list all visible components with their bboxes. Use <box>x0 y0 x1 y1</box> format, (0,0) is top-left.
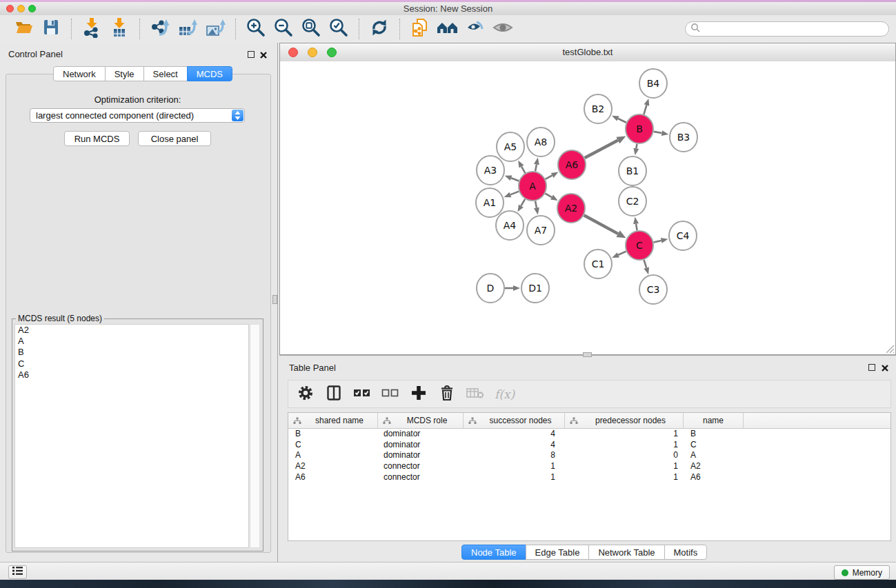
table-tab-edge-table[interactable]: Edge Table <box>526 545 590 560</box>
hide-selected-button[interactable] <box>464 18 487 40</box>
table-cell[interactable]: 8 <box>464 450 565 461</box>
table-cell[interactable]: 4 <box>464 440 565 451</box>
delete-table-button[interactable] <box>466 385 484 403</box>
table-cell[interactable]: 1 <box>565 429 684 440</box>
graph-edge-A2-C[interactable] <box>584 215 618 234</box>
control-tab-network[interactable]: Network <box>53 66 106 81</box>
control-tab-mcds[interactable]: MCDS <box>187 66 232 81</box>
table-row[interactable]: Cdominator41C <box>288 440 890 451</box>
zoom-in-button[interactable] <box>244 18 268 40</box>
zoom-out-button[interactable] <box>272 18 295 40</box>
table-cell[interactable]: 1 <box>464 461 565 472</box>
zoom-window-button[interactable] <box>28 5 36 12</box>
table-panel-float-button[interactable] <box>868 364 875 371</box>
graph-edge-B-B1[interactable] <box>636 144 637 149</box>
network-canvas[interactable]: B4B2BB3A8A5A6B1A3AC2A1A2A4A7C4CC1DD1C3 <box>280 61 895 354</box>
table-cell[interactable]: 1 <box>565 461 684 472</box>
graph-edge-A-A5[interactable] <box>521 167 525 173</box>
network-zoom-button[interactable] <box>327 48 337 57</box>
export-network-button[interactable] <box>148 18 172 40</box>
table-cell[interactable]: A2 <box>684 461 744 472</box>
graph-edge-C-C2[interactable] <box>636 224 637 231</box>
control-tab-style[interactable]: Style <box>105 66 144 81</box>
table-row[interactable]: Bdominator41B <box>288 429 890 440</box>
table-panel-close-button[interactable] <box>881 363 889 375</box>
fit-content-button[interactable] <box>299 18 323 40</box>
column-header-name[interactable]: name <box>684 413 744 428</box>
save-session-button[interactable] <box>39 18 63 40</box>
table-cell[interactable]: A <box>684 450 744 461</box>
network-minimize-button[interactable] <box>308 48 317 57</box>
graph-edge-A6-B[interactable] <box>585 141 618 159</box>
graph-edge-B-B2[interactable] <box>618 119 626 123</box>
vertical-splitter-handle[interactable] <box>272 295 277 304</box>
dropdown-stepper-icon[interactable] <box>232 110 243 121</box>
network-close-button[interactable] <box>288 48 298 57</box>
table-settings-button[interactable] <box>297 385 315 403</box>
table-cell[interactable]: B <box>684 429 744 440</box>
export-image-button[interactable] <box>203 18 227 40</box>
delete-column-button[interactable] <box>438 385 456 403</box>
result-list-scrollbar[interactable] <box>250 324 260 548</box>
table-cell[interactable]: dominator <box>378 450 464 461</box>
close-window-button[interactable] <box>6 5 14 12</box>
close-panel-button[interactable]: Close panel <box>138 131 211 146</box>
vertical-splitter[interactable] <box>277 43 278 562</box>
graph-edge-A-A4[interactable] <box>521 199 525 206</box>
open-session-button[interactable] <box>12 18 35 40</box>
mcds-result-item[interactable]: A <box>15 336 248 347</box>
graph-edge-B-B3[interactable] <box>654 132 662 133</box>
column-header-successor-nodes[interactable]: successor nodes <box>464 413 565 428</box>
select-all-button[interactable] <box>353 385 371 403</box>
table-cell[interactable]: A6 <box>288 472 378 483</box>
table-cell[interactable]: C <box>684 440 744 451</box>
column-header-predecessor-nodes[interactable]: predecessor nodes <box>565 413 684 428</box>
table-cell[interactable]: A2 <box>288 461 378 472</box>
graph-edge-A-A8[interactable] <box>535 164 537 171</box>
table-cell[interactable]: dominator <box>378 429 464 440</box>
show-panels-button[interactable] <box>8 565 27 579</box>
table-cell[interactable]: A6 <box>684 472 744 483</box>
table-cell[interactable]: connector <box>378 461 464 472</box>
search-input[interactable] <box>704 22 888 36</box>
table-cell[interactable]: 4 <box>464 429 565 440</box>
refresh-button[interactable] <box>368 18 391 40</box>
function-builder-button[interactable]: f(x) <box>495 385 515 403</box>
deselect-all-button[interactable] <box>381 385 399 403</box>
table-tab-motifs[interactable]: Motifs <box>664 545 708 560</box>
horizontal-splitter-handle[interactable] <box>583 352 592 357</box>
table-cell[interactable]: connector <box>378 472 464 483</box>
graph-edge-C-C3[interactable] <box>644 260 647 268</box>
resize-grip-icon[interactable] <box>884 343 895 354</box>
graph-edge-C-C1[interactable] <box>618 252 626 255</box>
graph-edge-A-A6[interactable] <box>546 175 552 179</box>
table-cell[interactable]: 1 <box>565 472 684 483</box>
table-cell[interactable]: dominator <box>378 440 464 451</box>
first-neighbors-button[interactable] <box>436 18 459 40</box>
add-column-button[interactable] <box>410 385 428 403</box>
control-tab-select[interactable]: Select <box>143 66 188 81</box>
graph-edge-A-A2[interactable] <box>545 194 552 197</box>
table-cell[interactable]: 1 <box>464 472 565 483</box>
table-cell[interactable]: B <box>288 429 378 440</box>
show-hide-panel-button[interactable] <box>491 18 515 40</box>
column-header-shared-name[interactable]: shared name <box>288 413 378 428</box>
table-tab-network-table[interactable]: Network Table <box>588 545 664 560</box>
import-network-button[interactable] <box>80 18 103 40</box>
table-row[interactable]: A6connector11A6 <box>288 472 890 483</box>
criterion-dropdown[interactable]: largest connected component (directed) <box>30 108 245 123</box>
new-network-from-selection-button[interactable] <box>408 18 432 40</box>
mcds-result-item[interactable]: A6 <box>15 369 248 381</box>
split-columns-button[interactable] <box>325 385 343 403</box>
table-cell[interactable]: 0 <box>565 450 684 461</box>
table-tab-node-table[interactable]: Node Table <box>461 545 526 560</box>
graph-edge-B-B4[interactable] <box>644 105 646 114</box>
control-panel-float-button[interactable] <box>248 51 255 58</box>
mcds-result-item[interactable]: B <box>15 347 248 358</box>
memory-button[interactable]: Memory <box>834 565 890 580</box>
column-header-MCDS-role[interactable]: MCDS role <box>378 413 464 428</box>
control-panel-close-button[interactable] <box>259 50 268 62</box>
graph-edge-A-A3[interactable] <box>511 178 519 181</box>
table-cell[interactable]: C <box>288 440 378 451</box>
table-cell[interactable]: A <box>288 450 378 461</box>
